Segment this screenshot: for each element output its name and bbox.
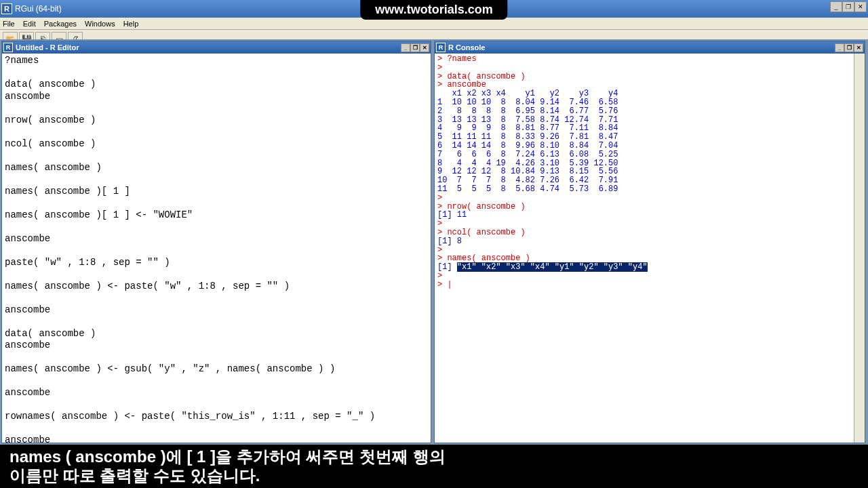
console-line: [1] "x1" "x2" "x3" "x4" "y1" "y2" "y3" "… <box>437 263 852 272</box>
editor-minimize-button[interactable]: _ <box>401 43 410 52</box>
console-close-button[interactable]: ✕ <box>854 43 863 52</box>
r-console-icon: R <box>436 43 446 52</box>
console-window: R R Console _ ❐ ✕ > ?names> > data( ansc… <box>434 41 865 443</box>
r-app-icon: R <box>1 3 12 14</box>
maximize-button[interactable]: ❐ <box>842 1 854 12</box>
console-scrollbar[interactable] <box>854 54 865 443</box>
console-line: > ?names <box>437 55 852 64</box>
console-line: > | <box>437 281 852 289</box>
mdi-workspace: R Untitled - R Editor _ ❐ ✕ ?names data(… <box>0 39 868 445</box>
console-line: > <box>437 64 852 73</box>
close-button[interactable]: ✕ <box>854 1 867 12</box>
app-title: RGui (64-bit) <box>15 4 62 14</box>
editor-maximize-button[interactable]: ❐ <box>410 43 420 52</box>
console-title: R Console <box>448 43 485 52</box>
menu-help[interactable]: Help <box>123 20 139 28</box>
console-line: 11 5 5 5 8 5.68 4.74 5.73 6.89 <box>437 185 852 194</box>
subtitle-line-2: 이름만 따로 출력할 수도 있습니다. <box>9 466 859 485</box>
console-maximize-button[interactable]: ❐ <box>844 43 854 52</box>
subtitle-line-1: names ( anscombe )에 [ 1 ]을 추가하여 써주면 첫번째 … <box>9 447 859 466</box>
console-line: 1 10 10 10 8 8.04 9.14 7.46 6.58 <box>437 98 852 107</box>
console-line: > <box>437 194 852 203</box>
editor-body[interactable]: ?names data( anscombe ) anscombe nrow( a… <box>2 54 431 443</box>
editor-title: Untitled - R Editor <box>16 43 79 52</box>
console-line: 6 14 14 14 8 9.96 8.10 8.84 7.04 <box>437 142 852 150</box>
console-line: 2 8 8 8 8 6.95 8.14 6.77 5.76 <box>437 107 852 116</box>
menu-packages[interactable]: Packages <box>44 20 77 28</box>
console-line: 7 6 6 6 8 7.24 6.13 6.08 5.25 <box>437 150 852 159</box>
console-line: > nrow( anscombe ) <box>437 203 852 211</box>
url-badge: www.twotorials.com <box>360 0 507 20</box>
r-editor-icon: R <box>3 43 13 52</box>
console-minimize-button[interactable]: _ <box>835 43 844 52</box>
menu-windows[interactable]: Windows <box>85 20 115 28</box>
console-titlebar[interactable]: R R Console _ ❐ ✕ <box>435 41 865 54</box>
console-line: [1] 11 <box>437 211 852 220</box>
menu-file[interactable]: File <box>3 20 15 28</box>
console-line: > data( anscombe ) <box>437 73 852 81</box>
editor-titlebar[interactable]: R Untitled - R Editor _ ❐ ✕ <box>2 41 431 54</box>
console-line: > <box>437 272 852 281</box>
menu-edit[interactable]: Edit <box>23 20 36 28</box>
console-line: > ncol( anscombe ) <box>437 228 852 237</box>
editor-close-button[interactable]: ✕ <box>420 43 429 52</box>
editor-window: R Untitled - R Editor _ ❐ ✕ ?names data(… <box>1 41 431 443</box>
minimize-button[interactable]: _ <box>830 1 842 12</box>
console-body[interactable]: > ?names> > data( anscombe )> anscombe x… <box>435 54 865 443</box>
console-line: [1] 8 <box>437 237 852 246</box>
subtitle-caption: names ( anscombe )에 [ 1 ]을 추가하여 써주면 첫번째 … <box>0 445 868 488</box>
